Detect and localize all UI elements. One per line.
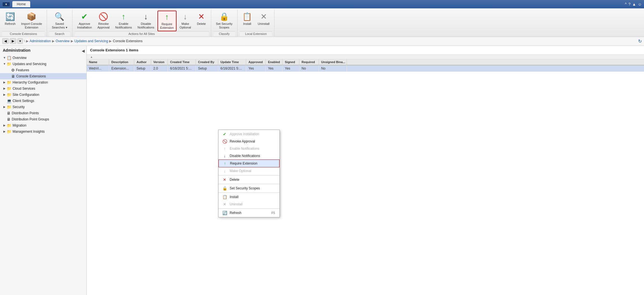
column-header-signed[interactable]: Signed: [283, 59, 299, 65]
require-extension-button[interactable]: ↑ RequireExtension: [158, 11, 177, 31]
sidebar-item-updates-and-servicing[interactable]: ▼ 📁 Updates and Servicing: [0, 61, 86, 67]
cell-unsigned-bina: No: [319, 65, 347, 72]
ctx-enable-notif-icon: ↑: [222, 146, 227, 151]
column-header-enabled[interactable]: Enabled: [266, 59, 283, 65]
sort-indicator: ▲: [90, 55, 93, 58]
ctx-refresh[interactable]: 🔄 Refresh F5: [218, 209, 279, 217]
notification-icon[interactable]: ▲: [632, 2, 636, 6]
table-row[interactable]: WebVi... Extension... Setup 2.0 6/16/202…: [87, 65, 644, 72]
ctx-revoke-approval[interactable]: 🚫 Revoke Approval: [218, 138, 279, 145]
ribbon-section-label-console-extensions: Console Extensions: [2, 31, 44, 36]
help-icon[interactable]: ?: [628, 2, 631, 6]
ctx-enable-notifications[interactable]: ↑ Enable Notifications: [218, 145, 279, 152]
title-bar-controls: ^ ? ▲ ☺: [625, 2, 642, 6]
column-header-version[interactable]: Version: [151, 59, 168, 65]
saved-searches-button[interactable]: 🔍 SavedSearches ▾: [49, 11, 70, 31]
sidebar-item-console-extensions[interactable]: 🖥 Console Extensions: [0, 73, 86, 79]
sidebar-item-cloud-services[interactable]: ▶ 📁 Cloud Services: [0, 85, 86, 92]
column-header-created-by[interactable]: Created By: [196, 59, 218, 65]
set-security-scopes-button[interactable]: 🔒 Set SecurityScopes: [213, 11, 235, 31]
breadcrumb-separator-home: \ ▶: [24, 39, 29, 43]
back-button[interactable]: ◀: [2, 38, 9, 44]
expander-migration: ▶: [2, 124, 7, 127]
sidebar-item-site-configuration[interactable]: ▶ 📁 Site Configuration: [0, 92, 86, 98]
ctx-approve-installation[interactable]: ✔ Approve Installation: [218, 130, 279, 138]
ctx-separator-2: [218, 184, 279, 184]
breadcrumb-sep-2: ▶: [71, 39, 73, 43]
breadcrumb-refresh-button[interactable]: ↻: [638, 39, 642, 44]
enable-notifications-button[interactable]: ↑ EnableNotifications: [113, 11, 135, 31]
column-header-description[interactable]: Description: [109, 59, 134, 65]
delete-button[interactable]: ✕ Delete: [194, 11, 209, 27]
context-menu: ✔ Approve Installation 🚫 Revoke Approval…: [218, 130, 280, 217]
disable-notifications-label: DisableNotifications: [138, 22, 154, 29]
ctx-make-optional-icon: ↓: [222, 169, 227, 173]
ctx-refresh-icon: 🔄: [222, 211, 227, 215]
sidebar-label-updates-and-servicing: Updates and Servicing: [13, 62, 46, 66]
column-header-update-time[interactable]: Update Time: [218, 59, 246, 65]
sidebar-item-features[interactable]: ⚙ Features: [0, 67, 86, 73]
home-tab[interactable]: Home: [12, 1, 30, 7]
refresh-button[interactable]: 🔄 Refresh: [2, 11, 18, 27]
ctx-require-extension[interactable]: ↑ Require Extension: [218, 160, 279, 167]
sidebar-item-distribution-point-groups[interactable]: 🖥 Distribution Point Groups: [0, 116, 86, 122]
user-icon[interactable]: ☺: [638, 2, 642, 6]
saved-searches-label: SavedSearches ▾: [52, 22, 67, 29]
disable-notifications-icon: ↓: [144, 12, 148, 22]
ctx-delete[interactable]: ✕ Delete: [218, 176, 279, 183]
sidebar-item-migration[interactable]: ▶ 📁 Migration: [0, 122, 86, 129]
uninstall-button[interactable]: ✕ Uninstall: [255, 11, 272, 27]
sidebar-title: Administration: [0, 46, 86, 55]
revoke-label: RevokeApproval: [97, 22, 109, 29]
cell-created-by: Setup: [196, 65, 218, 72]
breadcrumb-console-extensions: Console Extensions: [113, 39, 142, 43]
ribbon-section-label-actions: Actions for All Sites: [75, 31, 209, 36]
breadcrumb-administration[interactable]: Administration: [30, 39, 51, 43]
make-optional-button[interactable]: ↓ MakeOptional: [177, 11, 194, 31]
forward-button[interactable]: ▶: [10, 38, 16, 44]
import-console-extension-button[interactable]: 📦 Import ConsoleExtension: [19, 11, 45, 31]
sidebar-item-overview[interactable]: ▼ 📋 Overview: [0, 55, 86, 61]
revoke-approval-button[interactable]: 🚫 RevokeApproval: [95, 11, 112, 31]
install-button[interactable]: 📋 Install: [240, 11, 255, 27]
enable-notifications-label: EnableNotifications: [115, 22, 132, 29]
content-header: Console Extensions 1 items: [87, 46, 644, 55]
column-header-author[interactable]: Author: [134, 59, 151, 65]
approve-installation-button[interactable]: ✔ ApproveInstallation: [75, 11, 95, 31]
column-header-required[interactable]: Required: [299, 59, 319, 65]
column-header-unsigned-bina[interactable]: Unsigned Bina...: [319, 59, 347, 65]
security-icon: 📁: [7, 105, 11, 109]
set-security-scopes-label: Set SecurityScopes: [216, 22, 232, 29]
cell-name: WebVi...: [87, 65, 109, 72]
ctx-security-scopes-icon: 🔒: [222, 186, 227, 191]
minimize-icon[interactable]: ^: [625, 2, 627, 6]
cloud-services-icon: 📁: [7, 86, 11, 91]
sidebar-item-distribution-points[interactable]: 🖥 Distribution Points: [0, 110, 86, 116]
column-header-name[interactable]: Name: [87, 59, 109, 65]
migration-icon: 📁: [7, 123, 11, 128]
ctx-uninstall[interactable]: ✕ Uninstall: [218, 201, 279, 208]
sidebar-collapse-button[interactable]: ◀: [81, 48, 86, 54]
ctx-install[interactable]: 📋 Install: [218, 193, 279, 201]
breadcrumb-updates-and-servicing[interactable]: Updates and Servicing: [74, 39, 108, 43]
ctx-refresh-shortcut: F5: [271, 211, 275, 215]
enable-notifications-icon: ↑: [122, 12, 126, 22]
app-logo[interactable]: ▼: [2, 2, 10, 7]
dropdown-button[interactable]: ▾: [17, 38, 23, 44]
features-icon: ⚙: [11, 68, 15, 72]
breadcrumb-overview[interactable]: Overview: [56, 39, 70, 43]
column-header-created-time[interactable]: Created Time: [168, 59, 196, 65]
ctx-make-optional[interactable]: ↓ Make Optional: [218, 167, 279, 175]
sidebar-item-security[interactable]: ▶ 📁 Security: [0, 104, 86, 110]
ctx-disable-notifications[interactable]: ↓ Disable Notifications: [218, 152, 279, 160]
ctx-separator-4: [218, 208, 279, 209]
ctx-set-security-scopes[interactable]: 🔒 Set Security Scopes: [218, 185, 279, 192]
sidebar-item-client-settings[interactable]: 💻 Client Settings: [0, 98, 86, 104]
sidebar-item-management-insights[interactable]: ▶ 📁 Management Insights: [0, 129, 86, 135]
disable-notifications-button[interactable]: ↓ DisableNotifications: [135, 11, 157, 31]
cell-description: Extension...: [109, 65, 134, 72]
column-header-approved[interactable]: Approved: [246, 59, 266, 65]
sidebar-item-hierarchy-configuration[interactable]: ▶ 📁 Hierarchy Configuration: [0, 79, 86, 85]
ribbon-section-buttons: 🔒 Set SecurityScopes: [213, 11, 235, 31]
cell-author: Setup: [134, 65, 151, 72]
